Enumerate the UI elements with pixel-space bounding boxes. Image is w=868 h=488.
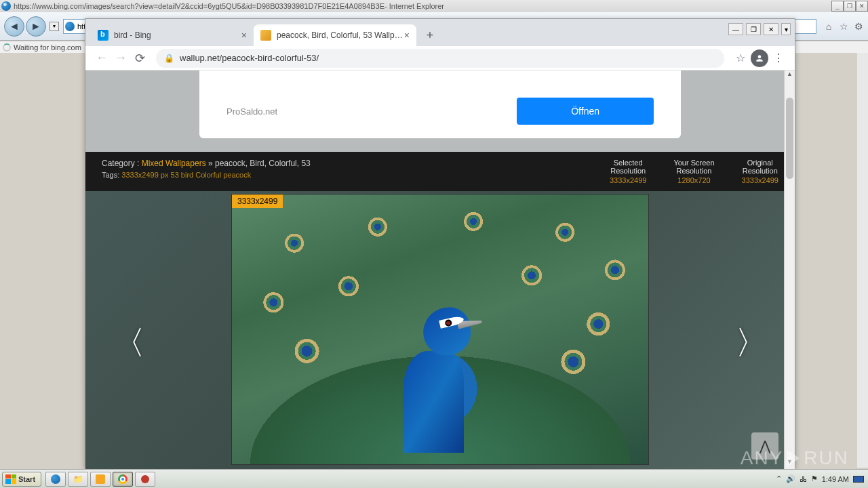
tray-volume-icon[interactable]: 🔊 <box>786 474 795 483</box>
taskbar-ie[interactable] <box>45 472 66 487</box>
scroll-down-icon[interactable]: ▼ <box>785 458 795 469</box>
category-label: Category : <box>102 159 139 168</box>
ad-container: ProSaldo.net Öffnen <box>85 70 795 152</box>
bing-favicon-icon <box>98 30 108 41</box>
breadcrumb-sep: » <box>208 159 213 168</box>
chrome-reload-button[interactable]: ⟳ <box>130 49 149 68</box>
breadcrumb: Category : Mixed Wallpapers » peacock, B… <box>102 159 311 184</box>
lock-icon: 🔒 <box>164 54 174 63</box>
ie-minimize-button[interactable]: _ <box>831 1 844 12</box>
tray-expand-icon[interactable]: ⌃ <box>776 474 782 483</box>
chrome-tab-strip: bird - Bing × peacock, Bird, Colorful, 5… <box>85 19 795 46</box>
tray-clock[interactable]: 1:49 AM <box>822 475 849 483</box>
loading-spinner-icon <box>3 43 11 52</box>
peacock-neck <box>403 351 464 453</box>
info-bar: Category : Mixed Wallpapers » peacock, B… <box>85 152 795 191</box>
chrome-address-bar[interactable]: 🔒 wallup.net/peacock-bird-colorful-53/ <box>156 49 724 68</box>
ie-title-bar: https://www.bing.com/images/search?view=… <box>0 0 868 12</box>
resolution-panel: Selected Resolution 3333x2499 Your Scree… <box>610 159 778 184</box>
chrome-close-button[interactable]: ✕ <box>764 23 778 35</box>
ie-favorites-icon[interactable]: ☆ <box>838 21 849 32</box>
wallpaper-viewer: 〈 3333x2499 〉 <box>85 191 795 465</box>
ie-home-icon[interactable]: ⌂ <box>823 21 834 32</box>
chrome-menu-button[interactable]: ⋮ <box>769 49 788 68</box>
screen-resolution: Your Screen Resolution 868x488 <box>673 159 714 184</box>
chrome-back-button[interactable]: ← <box>92 49 111 68</box>
tab-title: bird - Bing <box>114 30 241 40</box>
ie-logo-icon <box>1 1 11 11</box>
tags-label: Tags: <box>102 171 119 179</box>
ie-dropdown-button[interactable]: ▾ <box>50 22 59 31</box>
profile-button[interactable] <box>750 49 769 68</box>
chrome-forward-button[interactable]: → <box>111 49 130 68</box>
taskbar-app[interactable] <box>135 472 155 487</box>
taskbar-chrome[interactable] <box>113 472 133 487</box>
tray-flag-icon[interactable]: ⚑ <box>811 474 818 483</box>
ie-favicon-icon <box>65 22 75 31</box>
system-tray: ⌃ 🔊 🖧 ⚑ 1:49 AM <box>776 474 868 483</box>
avatar-icon <box>751 49 768 67</box>
scroll-up-icon[interactable]: ▲ <box>785 70 795 81</box>
ad-brand: ProSaldo.net <box>226 106 277 117</box>
next-image-button[interactable]: 〉 <box>735 321 768 365</box>
ad-box: ProSaldo.net Öffnen <box>199 70 681 138</box>
tab-close-icon[interactable]: × <box>241 30 247 41</box>
tray-network-icon[interactable]: 🖧 <box>800 475 807 483</box>
ie-tools-icon[interactable]: ⚙ <box>853 21 864 32</box>
start-button[interactable]: Start <box>2 472 41 487</box>
tab-title: peacock, Bird, Colorful, 53 Wallpape <box>277 30 404 40</box>
tab-bird-bing[interactable]: bird - Bing × <box>91 24 254 46</box>
ad-open-button[interactable]: Öffnen <box>517 98 654 125</box>
peacock-head <box>420 305 474 359</box>
windows-logo-icon <box>5 474 16 484</box>
selected-resolution: Selected Resolution 3333x2499 <box>610 159 646 184</box>
ie-maximize-button[interactable]: ❐ <box>844 1 856 12</box>
tray-monitor-icon[interactable] <box>853 476 864 483</box>
tab-close-icon[interactable]: × <box>404 30 410 41</box>
scroll-to-top-button[interactable]: ⋀ <box>751 432 778 460</box>
resolution-badge: 3333x2499 <box>232 195 283 208</box>
wallpaper-image[interactable]: 3333x2499 <box>231 194 649 465</box>
ie-status-text: Waiting for bing.com <box>14 43 81 52</box>
chrome-window: bird - Bing × peacock, Bird, Colorful, 5… <box>85 18 795 468</box>
original-resolution: Original Resolution 3333x2499 <box>742 159 778 184</box>
category-link[interactable]: Mixed Wallpapers <box>142 159 206 168</box>
ie-scrollbar[interactable] <box>857 41 868 468</box>
taskbar-explorer[interactable]: 📁 <box>68 472 88 487</box>
ie-forward-button[interactable]: ► <box>26 16 46 37</box>
page-content: ProSaldo.net Öffnen Category : Mixed Wal… <box>85 70 795 469</box>
ie-title-url: https://www.bing.com/images/search?view=… <box>14 2 384 10</box>
scroll-thumb[interactable] <box>786 98 793 179</box>
chrome-toolbar: ← → ⟳ 🔒 wallup.net/peacock-bird-colorful… <box>85 46 795 70</box>
ie-close-button[interactable]: ✕ <box>856 1 868 12</box>
taskbar: Start 📁 ⌃ 🔊 🖧 ⚑ 1:49 AM <box>0 469 868 488</box>
bookmark-star-icon[interactable]: ☆ <box>731 49 750 68</box>
ie-back-button[interactable]: ◄ <box>4 16 24 37</box>
new-tab-button[interactable]: + <box>420 26 439 45</box>
ie-title-suffix: - Internet Explorer <box>384 2 444 10</box>
taskbar-media[interactable] <box>90 472 111 487</box>
tab-peacock[interactable]: peacock, Bird, Colorful, 53 Wallpape × <box>254 24 416 46</box>
tags-links[interactable]: 3333x2499 px 53 bird Colorful peacock <box>121 171 251 179</box>
chrome-url-text: wallup.net/peacock-bird-colorful-53/ <box>180 53 319 63</box>
chrome-maximize-button[interactable]: ❐ <box>746 23 761 35</box>
chrome-dropdown-button[interactable]: ▾ <box>781 23 791 35</box>
chrome-minimize-button[interactable]: — <box>728 23 743 35</box>
breadcrumb-current: peacock, Bird, Colorful, 53 <box>215 159 311 168</box>
wallup-favicon-icon <box>260 30 271 41</box>
chrome-scrollbar[interactable]: ▲ ▼ <box>784 70 795 469</box>
prev-image-button[interactable]: 〈 <box>113 321 145 365</box>
